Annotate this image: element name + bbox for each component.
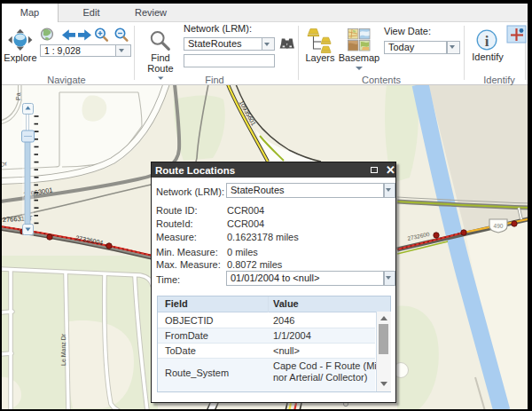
- svg-text:Pa: Pa: [15, 92, 21, 100]
- svg-text:i: i: [485, 33, 489, 50]
- svg-text:Le Manz Dr: Le Manz Dr: [60, 333, 66, 366]
- svg-text:490: 490: [494, 223, 504, 229]
